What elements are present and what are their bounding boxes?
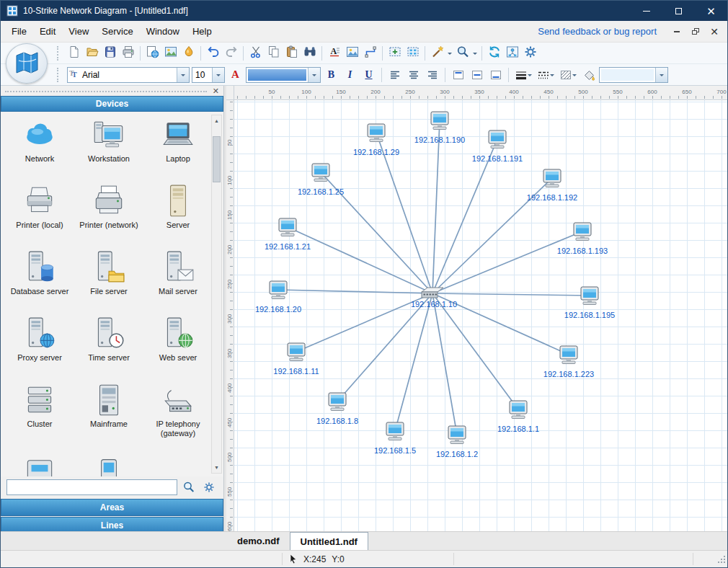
menu-view[interactable]: View [62, 22, 95, 41]
window-close-button[interactable]: ✕ [695, 1, 727, 21]
scroll-down-button[interactable]: ▼ [212, 462, 221, 473]
node-ip-label[interactable]: 192.168.1.5 [374, 446, 416, 455]
font-color-button[interactable]: A [227, 67, 244, 83]
align-right-button[interactable] [424, 67, 440, 83]
workstation-node-icon[interactable] [279, 218, 296, 236]
connection-line[interactable] [432, 293, 518, 409]
node-ip-label[interactable]: 192.168.1.190 [414, 136, 465, 144]
device-item-cluster[interactable]: Cluster [5, 378, 74, 445]
node-ip-label[interactable]: 192.168.1.8 [316, 417, 358, 425]
text-label-button[interactable]: A [325, 44, 343, 62]
workstation-node-icon[interactable] [368, 124, 385, 142]
align-left-button[interactable] [386, 67, 403, 83]
hub-ip-label[interactable]: 192.168.1.10 [411, 300, 457, 309]
diagram-canvas[interactable]: 192.168.1.10 192.168.1.29 192.168.1.190 … [234, 100, 727, 531]
device-item-printer-network[interactable]: Printer (network) [74, 179, 143, 246]
workstation-node-icon[interactable] [431, 112, 448, 130]
find-button[interactable] [301, 44, 319, 62]
workstation-node-icon[interactable] [386, 422, 404, 440]
connection-line[interactable] [432, 293, 457, 435]
paste-button[interactable] [283, 44, 301, 62]
device-item-laptop[interactable]: Laptop [143, 113, 213, 179]
devices-panel-header[interactable]: Devices [1, 96, 223, 112]
app-menu-orb[interactable] [6, 43, 48, 84]
fill-bucket-button[interactable] [580, 67, 597, 83]
panel-close-button[interactable]: ✕ [211, 86, 221, 96]
print-button[interactable] [119, 44, 137, 62]
scan-network-dropdown-arrow[interactable] [471, 50, 479, 57]
diagram-map-button[interactable] [503, 44, 521, 62]
window-maximize-button[interactable] [662, 1, 695, 21]
device-item-partial-b[interactable] [74, 445, 143, 476]
hatch-pattern-button[interactable] [558, 67, 578, 83]
device-item-database-server[interactable]: Database server [5, 246, 74, 312]
network-diagram[interactable]: 192.168.1.10 192.168.1.29 192.168.1.190 … [234, 100, 727, 531]
menu-service[interactable]: Service [95, 22, 139, 41]
node-ip-label[interactable]: 192.168.1.2 [436, 450, 478, 458]
workstation-node-icon[interactable] [489, 130, 506, 148]
device-item-cloud[interactable]: Network [5, 113, 74, 179]
toolbar-gripper[interactable] [57, 46, 61, 61]
device-search-button[interactable] [180, 479, 197, 495]
mdi-close-button[interactable]: ✕ [709, 27, 720, 37]
paint-scheme-button[interactable] [179, 44, 197, 62]
node-ip-label[interactable]: 192.168.1.192 [527, 193, 577, 202]
add-host-area-button[interactable] [404, 44, 422, 62]
workstation-node-icon[interactable] [312, 164, 329, 182]
node-ip-label[interactable]: 192.168.1.29 [353, 148, 399, 156]
menu-help[interactable]: Help [186, 22, 218, 41]
workstation-node-icon[interactable] [288, 343, 305, 361]
dropdown-arrow-icon[interactable] [308, 68, 320, 82]
font-family-select[interactable]: TT Arial [67, 67, 190, 83]
scan-network-button[interactable] [453, 44, 471, 62]
line-color-select[interactable] [246, 67, 321, 83]
insert-picture-button[interactable] [343, 44, 361, 62]
drag-handle[interactable] [5, 91, 207, 92]
draw-connector-button[interactable] [361, 44, 379, 62]
node-ip-label[interactable]: 192.168.1.195 [564, 311, 615, 319]
tab-demo-ndf[interactable]: demo.ndf [227, 532, 290, 550]
bold-button[interactable]: B [323, 67, 339, 83]
italic-button[interactable]: I [342, 67, 358, 83]
node-ip-label[interactable]: 192.168.1.21 [265, 242, 311, 251]
device-item-mail-server[interactable]: Mail server [143, 246, 213, 312]
wizard-button[interactable] [428, 44, 446, 62]
settings-button[interactable] [521, 44, 539, 62]
device-item-ip-telephony[interactable]: IP telephony (gateway) [143, 378, 213, 445]
wizard-dropdown-arrow[interactable] [446, 50, 453, 57]
align-center-button[interactable] [405, 67, 422, 83]
device-item-partial-a[interactable] [5, 445, 74, 476]
device-item-time-server[interactable]: Time server [74, 312, 143, 378]
dropdown-arrow-icon[interactable] [212, 68, 224, 82]
menu-window[interactable]: Window [140, 22, 186, 41]
valign-middle-button[interactable] [469, 67, 485, 83]
workstation-node-icon[interactable] [574, 223, 591, 241]
cut-button[interactable] [247, 44, 265, 62]
device-item-server[interactable]: Server [143, 179, 213, 246]
device-item-proxy-server[interactable]: Proxy server [5, 312, 74, 378]
connection-line[interactable] [278, 290, 432, 293]
connection-line[interactable] [432, 120, 440, 293]
feedback-link[interactable]: Send feedback or bug report [538, 26, 657, 37]
valign-top-button[interactable] [450, 67, 466, 83]
window-minimize-button[interactable] [630, 1, 662, 21]
fill-color-select[interactable] [599, 67, 668, 83]
line-style-button[interactable] [536, 67, 556, 83]
menu-edit[interactable]: Edit [33, 22, 62, 41]
open-file-button[interactable] [83, 44, 101, 62]
formatbar-gripper[interactable] [57, 68, 61, 82]
node-ip-label[interactable]: 192.168.1.25 [298, 187, 344, 196]
menu-file[interactable]: File [5, 22, 33, 41]
workstation-node-icon[interactable] [543, 169, 561, 187]
workstation-node-icon[interactable] [581, 287, 598, 305]
workstation-node-icon[interactable] [270, 281, 287, 299]
undo-button[interactable] [204, 44, 222, 62]
node-ip-label[interactable]: 192.168.1.191 [472, 154, 523, 163]
workstation-node-icon[interactable] [448, 426, 466, 444]
export-html-button[interactable] [143, 44, 161, 62]
device-item-file-server[interactable]: File server [74, 246, 143, 312]
node-ip-label[interactable]: 192.168.1.1 [497, 425, 539, 433]
resize-grip[interactable] [716, 554, 727, 567]
scrollbar-track[interactable] [212, 126, 221, 462]
line-width-button[interactable] [513, 67, 533, 83]
